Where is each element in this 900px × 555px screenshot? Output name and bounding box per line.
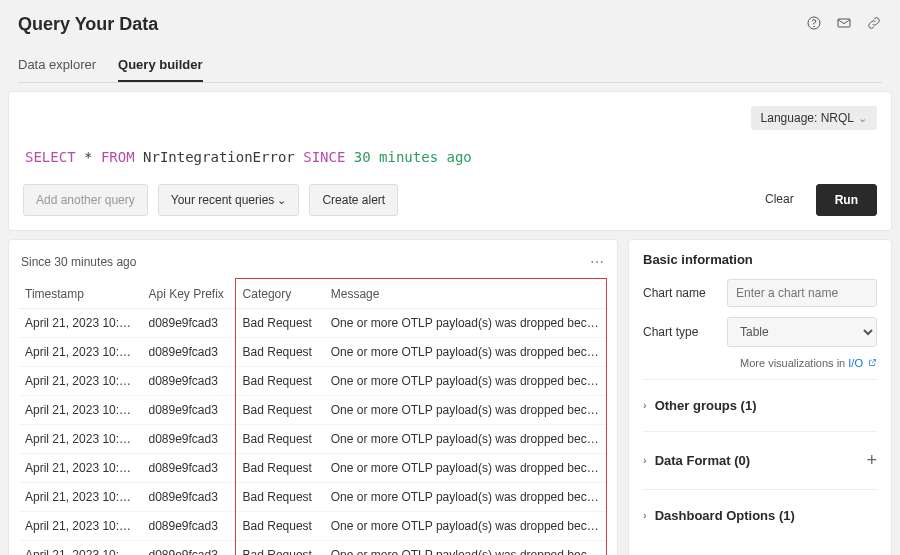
link-icon[interactable] [866, 15, 882, 34]
cell-cat: Bad Request [237, 540, 325, 555]
cell-api: d089e9fcad3 [142, 424, 236, 453]
run-button[interactable]: Run [816, 184, 877, 216]
cell-msg: One or more OTLP payload(s) was dropped … [325, 308, 607, 337]
create-alert-button[interactable]: Create alert [309, 184, 398, 216]
cell-ts: April 21, 2023 10:40:57 [19, 540, 142, 555]
results-menu-icon[interactable]: ⋯ [590, 254, 605, 270]
chart-type-select[interactable]: Table [727, 317, 877, 347]
chart-type-label: Chart type [643, 325, 698, 339]
cell-msg: One or more OTLP payload(s) was dropped … [325, 540, 607, 555]
cell-cat: Bad Request [237, 337, 325, 366]
plus-icon[interactable]: + [866, 450, 877, 471]
cell-msg: One or more OTLP payload(s) was dropped … [325, 511, 607, 540]
table-row[interactable]: April 21, 2023 10:41:58d089e9fcad3Bad Re… [19, 424, 607, 453]
cell-msg: One or more OTLP payload(s) was dropped … [325, 366, 607, 395]
col-category[interactable]: Category [237, 280, 325, 309]
cell-msg: One or more OTLP payload(s) was dropped … [325, 482, 607, 511]
cell-cat: Bad Request [237, 424, 325, 453]
cell-api: d089e9fcad3 [142, 366, 236, 395]
chart-name-label: Chart name [643, 286, 706, 300]
cell-msg: One or more OTLP payload(s) was dropped … [325, 395, 607, 424]
cell-cat: Bad Request [237, 395, 325, 424]
chevron-right-icon: › [643, 399, 647, 411]
chevron-right-icon: › [643, 454, 647, 466]
cell-api: d089e9fcad3 [142, 540, 236, 555]
cell-cat: Bad Request [237, 482, 325, 511]
group-other[interactable]: ›Other groups (1) [643, 388, 877, 423]
svg-rect-2 [838, 19, 850, 27]
clear-button[interactable]: Clear [753, 184, 806, 216]
tabs: Data explorer Query builder [18, 49, 882, 83]
since-label: Since 30 minutes ago [21, 255, 136, 269]
cell-ts: April 21, 2023 10:41:57 [19, 453, 142, 482]
col-message[interactable]: Message [325, 280, 607, 309]
table-row[interactable]: April 21, 2023 10:42:27d089e9fcad3Bad Re… [19, 337, 607, 366]
group-dashboard-options[interactable]: ›Dashboard Options (1) [643, 498, 877, 533]
io-link[interactable]: I/O [848, 357, 863, 369]
cell-api: d089e9fcad3 [142, 511, 236, 540]
side-title: Basic information [643, 252, 877, 267]
mail-icon[interactable] [836, 15, 852, 34]
results-table: Timestamp Api Key Prefix Category Messag… [19, 280, 607, 555]
cell-api: d089e9fcad3 [142, 308, 236, 337]
chart-name-input[interactable] [727, 279, 877, 307]
recent-queries-button[interactable]: Your recent queries [158, 184, 300, 216]
cell-msg: One or more OTLP payload(s) was dropped … [325, 453, 607, 482]
table-row[interactable]: April 21, 2023 10:41:28d089e9fcad3Bad Re… [19, 482, 607, 511]
language-selector[interactable]: Language: NRQL⌄ [751, 106, 877, 130]
query-editor[interactable]: SELECT * FROM NrIntegrationError SINCE 3… [23, 140, 877, 184]
cell-msg: One or more OTLP payload(s) was dropped … [325, 337, 607, 366]
table-row[interactable]: April 21, 2023 10:42:26d089e9fcad3Bad Re… [19, 395, 607, 424]
col-timestamp[interactable]: Timestamp [19, 280, 142, 309]
tab-data-explorer[interactable]: Data explorer [18, 49, 96, 82]
cell-api: d089e9fcad3 [142, 482, 236, 511]
add-another-query-button[interactable]: Add another query [23, 184, 148, 216]
cell-ts: April 21, 2023 10:42:26 [19, 395, 142, 424]
cell-api: d089e9fcad3 [142, 395, 236, 424]
cell-ts: April 21, 2023 10:42:26 [19, 366, 142, 395]
svg-point-1 [814, 26, 815, 27]
cell-api: d089e9fcad3 [142, 453, 236, 482]
table-row[interactable]: April 21, 2023 10:42:26d089e9fcad3Bad Re… [19, 366, 607, 395]
tab-query-builder[interactable]: Query builder [118, 49, 203, 82]
cell-cat: Bad Request [237, 366, 325, 395]
cell-cat: Bad Request [237, 453, 325, 482]
page-title: Query Your Data [18, 14, 158, 35]
cell-ts: April 21, 2023 10:42:56 [19, 308, 142, 337]
chevron-right-icon: › [643, 509, 647, 521]
more-visualizations: More visualizations in I/O [643, 357, 877, 369]
group-data-format[interactable]: ›Data Format (0) + [643, 440, 877, 481]
cell-msg: One or more OTLP payload(s) was dropped … [325, 424, 607, 453]
cell-cat: Bad Request [237, 308, 325, 337]
table-row[interactable]: April 21, 2023 10:40:57d089e9fcad3Bad Re… [19, 540, 607, 555]
cell-api: d089e9fcad3 [142, 337, 236, 366]
help-icon[interactable] [806, 15, 822, 34]
cell-ts: April 21, 2023 10:41:58 [19, 424, 142, 453]
cell-ts: April 21, 2023 10:42:27 [19, 337, 142, 366]
cell-cat: Bad Request [237, 511, 325, 540]
table-row[interactable]: April 21, 2023 10:41:57d089e9fcad3Bad Re… [19, 453, 607, 482]
cell-ts: April 21, 2023 10:41:28 [19, 482, 142, 511]
table-row[interactable]: April 21, 2023 10:42:56d089e9fcad3Bad Re… [19, 308, 607, 337]
cell-ts: April 21, 2023 10:41:26 [19, 511, 142, 540]
col-apikey[interactable]: Api Key Prefix [142, 280, 236, 309]
table-row[interactable]: April 21, 2023 10:41:26d089e9fcad3Bad Re… [19, 511, 607, 540]
